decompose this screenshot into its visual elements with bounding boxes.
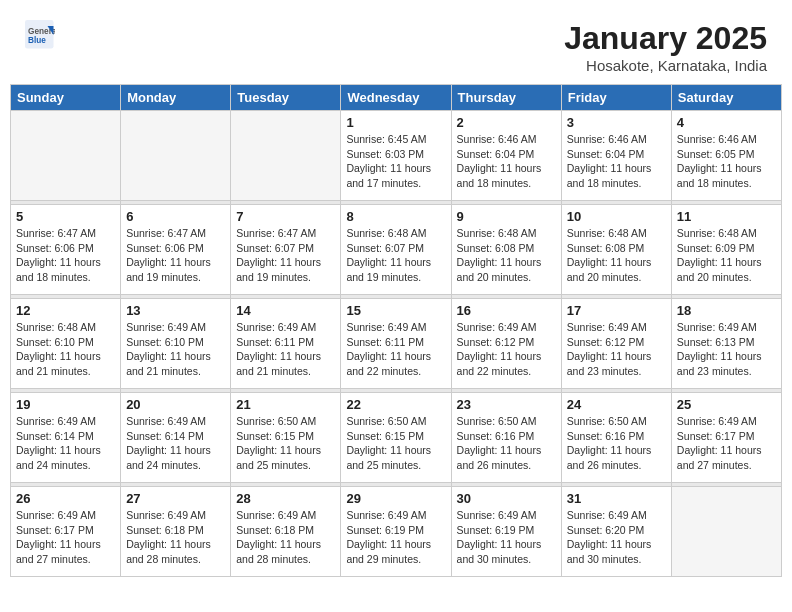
calendar-cell-w5-d3: 28Sunrise: 6:49 AM Sunset: 6:18 PM Dayli… — [231, 487, 341, 577]
calendar-cell-w5-d6: 31Sunrise: 6:49 AM Sunset: 6:20 PM Dayli… — [561, 487, 671, 577]
day-info: Sunrise: 6:50 AM Sunset: 6:16 PM Dayligh… — [457, 414, 556, 473]
calendar-cell-w1-d3 — [231, 111, 341, 201]
day-info: Sunrise: 6:50 AM Sunset: 6:15 PM Dayligh… — [236, 414, 335, 473]
calendar-cell-w1-d1 — [11, 111, 121, 201]
calendar-week-4: 19Sunrise: 6:49 AM Sunset: 6:14 PM Dayli… — [11, 393, 782, 483]
calendar-cell-w5-d7 — [671, 487, 781, 577]
day-number: 2 — [457, 115, 556, 130]
day-number: 21 — [236, 397, 335, 412]
day-info: Sunrise: 6:49 AM Sunset: 6:11 PM Dayligh… — [236, 320, 335, 379]
day-number: 16 — [457, 303, 556, 318]
day-info: Sunrise: 6:49 AM Sunset: 6:18 PM Dayligh… — [236, 508, 335, 567]
day-info: Sunrise: 6:49 AM Sunset: 6:20 PM Dayligh… — [567, 508, 666, 567]
weekday-friday: Friday — [561, 85, 671, 111]
logo: General Blue — [25, 20, 59, 50]
page-header: General Blue January 2025 Hosakote, Karn… — [10, 10, 782, 79]
day-number: 14 — [236, 303, 335, 318]
day-info: Sunrise: 6:48 AM Sunset: 6:08 PM Dayligh… — [457, 226, 556, 285]
day-number: 13 — [126, 303, 225, 318]
day-info: Sunrise: 6:49 AM Sunset: 6:18 PM Dayligh… — [126, 508, 225, 567]
day-info: Sunrise: 6:49 AM Sunset: 6:17 PM Dayligh… — [677, 414, 776, 473]
day-info: Sunrise: 6:50 AM Sunset: 6:16 PM Dayligh… — [567, 414, 666, 473]
calendar-cell-w5-d1: 26Sunrise: 6:49 AM Sunset: 6:17 PM Dayli… — [11, 487, 121, 577]
day-number: 17 — [567, 303, 666, 318]
day-info: Sunrise: 6:49 AM Sunset: 6:14 PM Dayligh… — [16, 414, 115, 473]
day-number: 12 — [16, 303, 115, 318]
calendar-cell-w4-d4: 22Sunrise: 6:50 AM Sunset: 6:15 PM Dayli… — [341, 393, 451, 483]
day-number: 10 — [567, 209, 666, 224]
day-number: 6 — [126, 209, 225, 224]
day-info: Sunrise: 6:49 AM Sunset: 6:12 PM Dayligh… — [457, 320, 556, 379]
calendar-cell-w2-d4: 8Sunrise: 6:48 AM Sunset: 6:07 PM Daylig… — [341, 205, 451, 295]
calendar-cell-w1-d4: 1Sunrise: 6:45 AM Sunset: 6:03 PM Daylig… — [341, 111, 451, 201]
day-number: 4 — [677, 115, 776, 130]
calendar-cell-w2-d2: 6Sunrise: 6:47 AM Sunset: 6:06 PM Daylig… — [121, 205, 231, 295]
calendar-cell-w3-d1: 12Sunrise: 6:48 AM Sunset: 6:10 PM Dayli… — [11, 299, 121, 389]
calendar-cell-w3-d3: 14Sunrise: 6:49 AM Sunset: 6:11 PM Dayli… — [231, 299, 341, 389]
day-info: Sunrise: 6:47 AM Sunset: 6:07 PM Dayligh… — [236, 226, 335, 285]
calendar-week-5: 26Sunrise: 6:49 AM Sunset: 6:17 PM Dayli… — [11, 487, 782, 577]
calendar-cell-w3-d4: 15Sunrise: 6:49 AM Sunset: 6:11 PM Dayli… — [341, 299, 451, 389]
day-number: 29 — [346, 491, 445, 506]
calendar-cell-w5-d2: 27Sunrise: 6:49 AM Sunset: 6:18 PM Dayli… — [121, 487, 231, 577]
calendar-week-3: 12Sunrise: 6:48 AM Sunset: 6:10 PM Dayli… — [11, 299, 782, 389]
calendar-cell-w2-d6: 10Sunrise: 6:48 AM Sunset: 6:08 PM Dayli… — [561, 205, 671, 295]
calendar-cell-w2-d3: 7Sunrise: 6:47 AM Sunset: 6:07 PM Daylig… — [231, 205, 341, 295]
weekday-tuesday: Tuesday — [231, 85, 341, 111]
day-info: Sunrise: 6:49 AM Sunset: 6:17 PM Dayligh… — [16, 508, 115, 567]
day-info: Sunrise: 6:46 AM Sunset: 6:04 PM Dayligh… — [457, 132, 556, 191]
day-info: Sunrise: 6:48 AM Sunset: 6:09 PM Dayligh… — [677, 226, 776, 285]
day-number: 24 — [567, 397, 666, 412]
calendar-cell-w3-d7: 18Sunrise: 6:49 AM Sunset: 6:13 PM Dayli… — [671, 299, 781, 389]
weekday-wednesday: Wednesday — [341, 85, 451, 111]
day-info: Sunrise: 6:46 AM Sunset: 6:04 PM Dayligh… — [567, 132, 666, 191]
calendar-cell-w4-d1: 19Sunrise: 6:49 AM Sunset: 6:14 PM Dayli… — [11, 393, 121, 483]
day-number: 23 — [457, 397, 556, 412]
day-number: 1 — [346, 115, 445, 130]
day-info: Sunrise: 6:49 AM Sunset: 6:11 PM Dayligh… — [346, 320, 445, 379]
calendar-cell-w1-d5: 2Sunrise: 6:46 AM Sunset: 6:04 PM Daylig… — [451, 111, 561, 201]
weekday-sunday: Sunday — [11, 85, 121, 111]
day-info: Sunrise: 6:49 AM Sunset: 6:19 PM Dayligh… — [346, 508, 445, 567]
calendar-cell-w5-d4: 29Sunrise: 6:49 AM Sunset: 6:19 PM Dayli… — [341, 487, 451, 577]
calendar-cell-w1-d6: 3Sunrise: 6:46 AM Sunset: 6:04 PM Daylig… — [561, 111, 671, 201]
day-info: Sunrise: 6:49 AM Sunset: 6:14 PM Dayligh… — [126, 414, 225, 473]
calendar-cell-w1-d7: 4Sunrise: 6:46 AM Sunset: 6:05 PM Daylig… — [671, 111, 781, 201]
logo-icon: General Blue — [25, 20, 55, 50]
day-info: Sunrise: 6:45 AM Sunset: 6:03 PM Dayligh… — [346, 132, 445, 191]
day-info: Sunrise: 6:50 AM Sunset: 6:15 PM Dayligh… — [346, 414, 445, 473]
calendar-cell-w2-d1: 5Sunrise: 6:47 AM Sunset: 6:06 PM Daylig… — [11, 205, 121, 295]
day-info: Sunrise: 6:48 AM Sunset: 6:08 PM Dayligh… — [567, 226, 666, 285]
calendar-week-2: 5Sunrise: 6:47 AM Sunset: 6:06 PM Daylig… — [11, 205, 782, 295]
day-number: 11 — [677, 209, 776, 224]
day-number: 22 — [346, 397, 445, 412]
title-block: January 2025 Hosakote, Karnataka, India — [564, 20, 767, 74]
weekday-thursday: Thursday — [451, 85, 561, 111]
calendar-cell-w4-d2: 20Sunrise: 6:49 AM Sunset: 6:14 PM Dayli… — [121, 393, 231, 483]
calendar-cell-w4-d6: 24Sunrise: 6:50 AM Sunset: 6:16 PM Dayli… — [561, 393, 671, 483]
calendar-week-1: 1Sunrise: 6:45 AM Sunset: 6:03 PM Daylig… — [11, 111, 782, 201]
calendar-cell-w2-d5: 9Sunrise: 6:48 AM Sunset: 6:08 PM Daylig… — [451, 205, 561, 295]
day-number: 30 — [457, 491, 556, 506]
day-number: 19 — [16, 397, 115, 412]
day-info: Sunrise: 6:49 AM Sunset: 6:12 PM Dayligh… — [567, 320, 666, 379]
day-info: Sunrise: 6:47 AM Sunset: 6:06 PM Dayligh… — [16, 226, 115, 285]
day-number: 3 — [567, 115, 666, 130]
day-number: 20 — [126, 397, 225, 412]
month-title: January 2025 — [564, 20, 767, 57]
location-title: Hosakote, Karnataka, India — [564, 57, 767, 74]
day-number: 26 — [16, 491, 115, 506]
calendar-cell-w4-d5: 23Sunrise: 6:50 AM Sunset: 6:16 PM Dayli… — [451, 393, 561, 483]
weekday-header-row: SundayMondayTuesdayWednesdayThursdayFrid… — [11, 85, 782, 111]
weekday-monday: Monday — [121, 85, 231, 111]
svg-text:Blue: Blue — [28, 36, 46, 45]
calendar-cell-w5-d5: 30Sunrise: 6:49 AM Sunset: 6:19 PM Dayli… — [451, 487, 561, 577]
day-number: 7 — [236, 209, 335, 224]
calendar-cell-w2-d7: 11Sunrise: 6:48 AM Sunset: 6:09 PM Dayli… — [671, 205, 781, 295]
calendar-cell-w3-d2: 13Sunrise: 6:49 AM Sunset: 6:10 PM Dayli… — [121, 299, 231, 389]
day-info: Sunrise: 6:48 AM Sunset: 6:07 PM Dayligh… — [346, 226, 445, 285]
calendar-cell-w3-d6: 17Sunrise: 6:49 AM Sunset: 6:12 PM Dayli… — [561, 299, 671, 389]
day-number: 15 — [346, 303, 445, 318]
calendar-cell-w3-d5: 16Sunrise: 6:49 AM Sunset: 6:12 PM Dayli… — [451, 299, 561, 389]
calendar-cell-w4-d3: 21Sunrise: 6:50 AM Sunset: 6:15 PM Dayli… — [231, 393, 341, 483]
